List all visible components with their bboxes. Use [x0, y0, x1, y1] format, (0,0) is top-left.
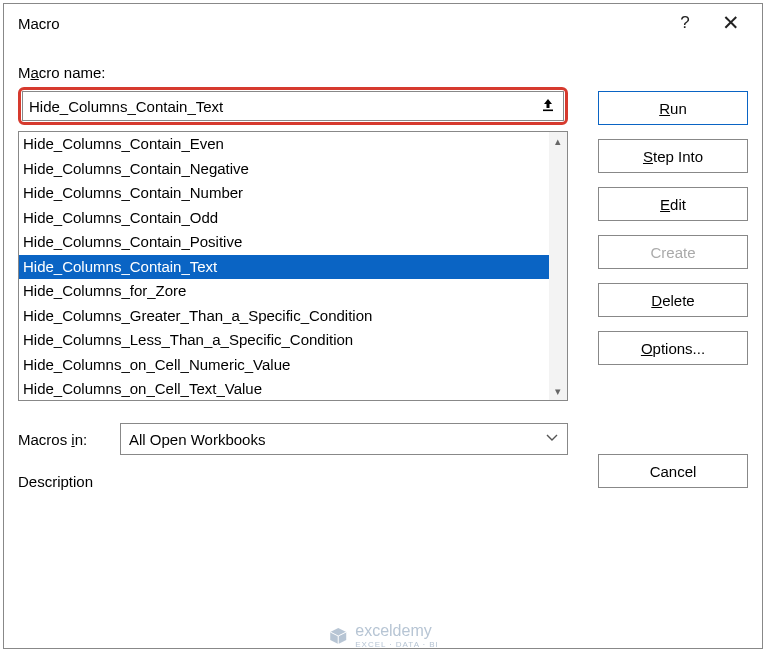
- list-item[interactable]: Hide_Columns_for_Zore: [19, 279, 549, 304]
- upload-icon: [540, 97, 556, 113]
- list-item[interactable]: Hide_Columns_Contain_Even: [19, 132, 549, 157]
- macros-in-select[interactable]: All Open Workbooks: [120, 423, 568, 455]
- macros-in-value: All Open Workbooks: [129, 431, 265, 448]
- right-column: Run Step Into Edit Create Delete Options…: [598, 87, 748, 490]
- brand-tagline: EXCEL · DATA · BI: [355, 640, 439, 649]
- macros-in-row: Macros in: All Open Workbooks: [18, 423, 568, 455]
- macro-name-label: Macro name:: [18, 64, 748, 81]
- list-item[interactable]: Hide_Columns_on_Cell_Numeric_Value: [19, 353, 549, 378]
- list-item[interactable]: Hide_Columns_on_Cell_Text_Value: [19, 377, 549, 400]
- brand-text: exceldemy: [355, 622, 431, 639]
- help-button[interactable]: ?: [662, 7, 708, 39]
- goto-reference-button[interactable]: [537, 94, 559, 116]
- content-columns: Hide_Columns_Contain_EvenHide_Columns_Co…: [18, 87, 748, 490]
- macros-in-label: Macros in:: [18, 431, 106, 448]
- macro-list-inner[interactable]: Hide_Columns_Contain_EvenHide_Columns_Co…: [19, 132, 549, 400]
- run-button[interactable]: Run: [598, 91, 748, 125]
- watermark: exceldemy EXCEL · DATA · BI: [327, 622, 439, 649]
- description-label: Description: [18, 473, 568, 490]
- svg-rect-0: [543, 110, 553, 112]
- delete-button[interactable]: Delete: [598, 283, 748, 317]
- create-button: Create: [598, 235, 748, 269]
- list-item[interactable]: Hide_Columns_Greater_Than_a_Specific_Con…: [19, 304, 549, 329]
- close-button[interactable]: ✕: [708, 7, 754, 39]
- macro-dialog: Macro ? ✕ Macro name: Hide_: [3, 3, 763, 649]
- scrollbar[interactable]: ▴ ▾: [549, 132, 567, 400]
- list-item[interactable]: Hide_Columns_Contain_Text: [19, 255, 549, 280]
- chevron-down-icon: [545, 431, 559, 448]
- cancel-wrap: Cancel: [598, 454, 748, 488]
- titlebar: Macro ? ✕: [4, 4, 762, 42]
- list-item[interactable]: Hide_Columns_Contain_Number: [19, 181, 549, 206]
- options-button[interactable]: Options...: [598, 331, 748, 365]
- edit-button[interactable]: Edit: [598, 187, 748, 221]
- macro-list: Hide_Columns_Contain_EvenHide_Columns_Co…: [18, 131, 568, 401]
- dialog-body: Macro name: Hide_Columns_Contain_EvenHid…: [4, 42, 762, 502]
- step-into-button[interactable]: Step Into: [598, 139, 748, 173]
- list-item[interactable]: Hide_Columns_Less_Than_a_Specific_Condit…: [19, 328, 549, 353]
- macro-name-input-highlight: [18, 87, 568, 125]
- scroll-down-icon[interactable]: ▾: [549, 382, 567, 400]
- scroll-up-icon[interactable]: ▴: [549, 132, 567, 150]
- macro-name-input[interactable]: [22, 91, 564, 121]
- list-item[interactable]: Hide_Columns_Contain_Positive: [19, 230, 549, 255]
- list-item[interactable]: Hide_Columns_Contain_Odd: [19, 206, 549, 231]
- cancel-button[interactable]: Cancel: [598, 454, 748, 488]
- left-column: Hide_Columns_Contain_EvenHide_Columns_Co…: [18, 87, 568, 490]
- brand-icon: [327, 625, 349, 647]
- dialog-title: Macro: [18, 15, 662, 32]
- list-item[interactable]: Hide_Columns_Contain_Negative: [19, 157, 549, 182]
